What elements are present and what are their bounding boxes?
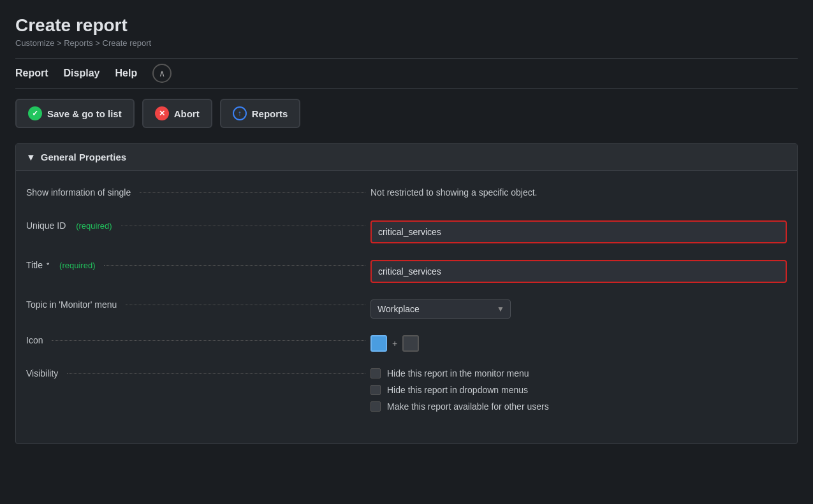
icon-value: + xyxy=(370,331,787,352)
visibility-value: Hide this report in the monitor menu Hid… xyxy=(370,364,787,418)
checkbox-other-users[interactable] xyxy=(370,401,381,412)
show-info-label: Show information of single xyxy=(26,184,370,198)
dotted-separator xyxy=(104,265,365,266)
abort-button[interactable]: ✕ Abort xyxy=(142,99,212,128)
section-body: Show information of single Not restricte… xyxy=(16,171,797,443)
dotted-separator xyxy=(121,226,365,226)
nav-item-help[interactable]: Help xyxy=(115,65,137,82)
general-properties-section: ▼ General Properties Show information of… xyxy=(15,143,798,444)
unique-id-required: (required) xyxy=(76,221,112,231)
visibility-row: Visibility Hide this report in the monit… xyxy=(26,364,787,418)
nav-item-report[interactable]: Report xyxy=(15,65,48,82)
icon-primary[interactable] xyxy=(370,335,387,352)
section-title: General Properties xyxy=(41,152,126,162)
visibility-check-3: Make this report available for other use… xyxy=(370,401,787,412)
checkbox-dropdown-label: Hide this report in dropdown menus xyxy=(387,385,528,395)
nav-bar: Report Display Help ∧ xyxy=(15,58,798,89)
topic-select[interactable]: Workplace Network Applications Security xyxy=(370,299,511,319)
visibility-check-1: Hide this report in the monitor menu xyxy=(370,368,787,378)
dotted-separator xyxy=(126,305,365,305)
reports-icon: ↑ xyxy=(233,106,247,120)
section-header[interactable]: ▼ General Properties xyxy=(16,144,797,171)
title-row: Title* (required) xyxy=(26,256,787,283)
checkbox-dropdown-menus[interactable] xyxy=(370,385,381,395)
nav-chevron-icon[interactable]: ∧ xyxy=(152,64,172,83)
topic-select-wrapper: Workplace Network Applications Security … xyxy=(370,299,511,319)
save-button[interactable]: ✓ Save & go to list xyxy=(15,99,135,128)
unique-id-value xyxy=(370,217,787,243)
save-icon: ✓ xyxy=(28,106,42,120)
topic-label: Topic in 'Monitor' menu xyxy=(26,296,370,310)
dotted-separator xyxy=(52,340,365,341)
visibility-label: Visibility xyxy=(26,364,370,378)
unique-id-input[interactable] xyxy=(370,220,787,243)
unique-id-label: Unique ID (required) xyxy=(26,217,370,231)
topic-row: Topic in 'Monitor' menu Workplace Networ… xyxy=(26,296,787,319)
show-info-row: Show information of single Not restricte… xyxy=(26,184,787,204)
nav-item-display[interactable]: Display xyxy=(64,65,100,82)
checkbox-monitor-menu[interactable] xyxy=(370,368,381,378)
icon-selector: + xyxy=(370,335,787,352)
checkbox-monitor-label: Hide this report in the monitor menu xyxy=(387,368,529,378)
visibility-check-2: Hide this report in dropdown menus xyxy=(370,385,787,395)
action-bar: ✓ Save & go to list ✕ Abort ↑ Reports xyxy=(15,99,798,128)
abort-icon: ✕ xyxy=(155,106,169,120)
show-info-value: Not restricted to showing a specific obj… xyxy=(370,184,787,198)
topic-value: Workplace Network Applications Security … xyxy=(370,296,787,319)
icon-plus-symbol: + xyxy=(392,338,397,349)
checkbox-other-users-label: Make this report available for other use… xyxy=(387,401,549,412)
page-title: Create report xyxy=(15,15,798,36)
dotted-separator xyxy=(67,373,365,374)
breadcrumb: Customize > Reports > Create report xyxy=(15,38,798,48)
dotted-separator xyxy=(140,192,365,193)
title-required: (required) xyxy=(59,261,95,270)
reports-button[interactable]: ↑ Reports xyxy=(220,99,301,128)
title-label: Title* (required) xyxy=(26,256,370,270)
unique-id-row: Unique ID (required) xyxy=(26,217,787,243)
icon-row: Icon + xyxy=(26,331,787,352)
collapse-icon: ▼ xyxy=(26,152,36,162)
title-value xyxy=(370,256,787,283)
title-asterisk: * xyxy=(47,261,49,269)
icon-secondary[interactable] xyxy=(402,335,419,352)
icon-label: Icon xyxy=(26,331,370,345)
title-input[interactable] xyxy=(370,260,787,283)
